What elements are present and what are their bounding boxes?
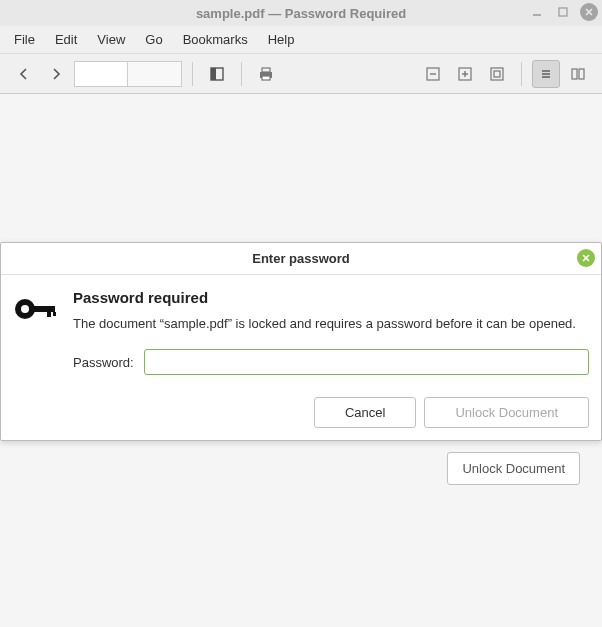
password-dialog: Enter password Password required The doc… xyxy=(0,242,602,441)
dialog-body: Password required The document “sample.p… xyxy=(1,275,601,397)
menu-file[interactable]: File xyxy=(4,28,45,51)
window-titlebar: sample.pdf — Password Required xyxy=(0,0,602,26)
page-selector xyxy=(74,61,182,87)
svg-rect-8 xyxy=(262,76,270,80)
window-title: sample.pdf — Password Required xyxy=(196,6,406,21)
window-controls xyxy=(528,3,598,21)
svg-rect-6 xyxy=(262,68,270,72)
menubar: File Edit View Go Bookmarks Help xyxy=(0,26,602,54)
nav-forward-button[interactable] xyxy=(42,60,70,88)
menu-view[interactable]: View xyxy=(87,28,135,51)
dialog-content: Password required The document “sample.p… xyxy=(73,289,589,389)
nav-back-button[interactable] xyxy=(10,60,38,88)
menu-help[interactable]: Help xyxy=(258,28,305,51)
password-row: Password: xyxy=(73,349,589,375)
svg-point-24 xyxy=(21,305,29,313)
zoom-reset-button[interactable] xyxy=(483,60,511,88)
page-number-input[interactable] xyxy=(74,61,128,87)
dialog-close-button[interactable] xyxy=(577,249,595,267)
zoom-out-button[interactable] xyxy=(419,60,447,88)
page-count-label xyxy=(128,61,182,87)
svg-rect-27 xyxy=(53,312,56,316)
svg-rect-20 xyxy=(579,69,584,79)
sidebar-toggle-button[interactable] xyxy=(203,60,231,88)
toolbar xyxy=(0,54,602,94)
dialog-header: Enter password xyxy=(1,243,601,275)
dual-page-button[interactable] xyxy=(564,60,592,88)
svg-rect-5 xyxy=(211,68,216,80)
unlock-document-button-background[interactable]: Unlock Document xyxy=(447,452,580,485)
fit-width-button[interactable] xyxy=(532,60,560,88)
menu-bookmarks[interactable]: Bookmarks xyxy=(173,28,258,51)
key-icon xyxy=(13,289,57,389)
dialog-heading: Password required xyxy=(73,289,589,306)
dialog-title: Enter password xyxy=(252,251,350,266)
unlock-document-button[interactable]: Unlock Document xyxy=(424,397,589,428)
password-label: Password: xyxy=(73,355,134,370)
password-input[interactable] xyxy=(144,349,589,375)
svg-rect-15 xyxy=(494,71,500,77)
print-button[interactable] xyxy=(252,60,280,88)
menu-edit[interactable]: Edit xyxy=(45,28,87,51)
toolbar-separator xyxy=(241,62,242,86)
cancel-button[interactable]: Cancel xyxy=(314,397,416,428)
zoom-in-button[interactable] xyxy=(451,60,479,88)
svg-rect-19 xyxy=(572,69,577,79)
toolbar-separator xyxy=(192,62,193,86)
dialog-message: The document “sample.pdf” is locked and … xyxy=(73,316,589,331)
window-minimize-button[interactable] xyxy=(528,3,546,21)
svg-rect-14 xyxy=(491,68,503,80)
svg-rect-26 xyxy=(47,312,51,317)
svg-rect-25 xyxy=(33,306,55,312)
menu-go[interactable]: Go xyxy=(135,28,172,51)
dialog-button-row: Cancel Unlock Document xyxy=(1,397,601,440)
window-maximize-button[interactable] xyxy=(554,3,572,21)
toolbar-separator xyxy=(521,62,522,86)
window-close-button[interactable] xyxy=(580,3,598,21)
svg-rect-1 xyxy=(559,8,567,16)
